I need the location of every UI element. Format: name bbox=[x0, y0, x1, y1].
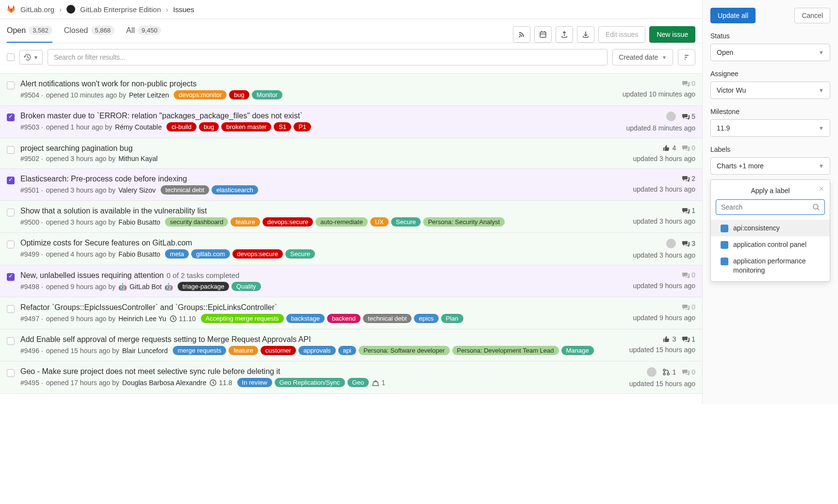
assignee-avatar[interactable] bbox=[647, 367, 657, 377]
sort-direction-button[interactable] bbox=[678, 49, 695, 65]
label-chip[interactable]: Manage bbox=[561, 346, 594, 355]
label-chip[interactable]: triage-package bbox=[178, 282, 229, 291]
edit-issues-button[interactable]: Edit issues bbox=[598, 26, 646, 43]
label-chip[interactable]: backstage bbox=[286, 314, 325, 323]
issue-checkbox[interactable] bbox=[7, 305, 15, 313]
new-issue-button[interactable]: New issue bbox=[649, 26, 695, 43]
label-chip[interactable]: Accepting merge requests bbox=[201, 314, 284, 323]
issue-checkbox[interactable] bbox=[7, 273, 15, 281]
label-chip[interactable]: bug bbox=[229, 90, 249, 99]
merge-requests-count[interactable]: 1 bbox=[662, 368, 676, 376]
label-chip[interactable]: Geo bbox=[347, 378, 369, 387]
label-option[interactable]: application performance monitoring bbox=[711, 253, 830, 278]
issue-title[interactable]: Add Enable self approval of merge reques… bbox=[20, 335, 624, 344]
assignee-avatar[interactable] bbox=[666, 239, 676, 248]
label-chip[interactable]: Secure bbox=[391, 217, 421, 227]
issue-title[interactable]: project searching pagination bug bbox=[20, 144, 627, 153]
label-chip[interactable]: Quality bbox=[231, 282, 261, 291]
label-chip[interactable]: Persona: Development Team Lead bbox=[452, 346, 559, 355]
comments-count[interactable]: 0 bbox=[682, 144, 695, 152]
upvotes-count[interactable]: 4 bbox=[662, 144, 676, 152]
issue-checkbox[interactable] bbox=[7, 177, 15, 184]
export-button[interactable] bbox=[556, 26, 573, 43]
upvotes-count[interactable]: 3 bbox=[662, 335, 676, 343]
issue-title[interactable]: Broken master due to `ERROR: relation "p… bbox=[20, 112, 621, 120]
issue-title[interactable]: New, unlabelled issues requiring attenti… bbox=[20, 271, 627, 280]
label-chip[interactable]: ci-build bbox=[166, 122, 196, 131]
comments-count[interactable]: 0 bbox=[682, 80, 695, 87]
issue-checkbox[interactable] bbox=[7, 146, 15, 154]
search-input[interactable] bbox=[48, 49, 608, 65]
issue-milestone[interactable]: 11.8 bbox=[209, 379, 232, 387]
label-chip[interactable]: feature bbox=[229, 346, 258, 355]
sort-dropdown[interactable]: Created date ▼ bbox=[612, 49, 673, 65]
label-chip[interactable]: Monitor bbox=[252, 90, 282, 99]
issue-author[interactable]: Fabio Busatto bbox=[118, 218, 160, 226]
status-select[interactable]: Open ▼ bbox=[710, 44, 830, 61]
label-chip[interactable]: P1 bbox=[294, 122, 311, 131]
calendar-button[interactable] bbox=[534, 26, 552, 43]
issue-title[interactable]: Alert notifications won't work for non-p… bbox=[20, 80, 617, 88]
issue-checkbox[interactable] bbox=[7, 337, 15, 345]
issue-author[interactable]: Fabio Busatto bbox=[118, 250, 160, 258]
label-chip[interactable]: merge requests bbox=[173, 346, 226, 355]
comments-count[interactable]: 0 bbox=[682, 271, 695, 279]
label-chip[interactable]: devops:secure bbox=[232, 249, 283, 259]
issue-author[interactable]: Blair Lunceford bbox=[122, 347, 168, 355]
assignee-avatar[interactable] bbox=[666, 112, 676, 121]
issue-author[interactable]: Peter Leitzen bbox=[129, 91, 169, 99]
issue-author[interactable]: GitLab Bot bbox=[130, 283, 162, 291]
comments-count[interactable]: 0 bbox=[682, 303, 695, 311]
label-chip[interactable]: Plan bbox=[441, 314, 463, 323]
issue-author[interactable]: Valery Sizov bbox=[118, 186, 156, 194]
label-chip[interactable]: meta bbox=[165, 249, 189, 259]
label-chip[interactable]: feature bbox=[230, 217, 260, 227]
assignee-select[interactable]: Victor Wu ▼ bbox=[710, 81, 830, 99]
close-icon[interactable]: × bbox=[819, 184, 824, 194]
issue-title[interactable]: Geo - Make sure project does not meet se… bbox=[20, 367, 624, 376]
label-chip[interactable]: broken master bbox=[221, 122, 271, 131]
label-chip[interactable]: S1 bbox=[274, 122, 291, 131]
label-option[interactable]: application control panel bbox=[711, 236, 830, 253]
recent-searches-button[interactable]: ▼ bbox=[19, 50, 43, 65]
issue-title[interactable]: Show that a solution is available in the… bbox=[20, 207, 627, 215]
milestone-select[interactable]: 11.9 ▼ bbox=[710, 119, 830, 137]
comments-count[interactable]: 1 bbox=[682, 207, 695, 214]
tab-closed[interactable]: Closed 5,868 bbox=[64, 26, 115, 43]
label-chip[interactable]: In review bbox=[237, 378, 272, 387]
issue-author[interactable]: Mithun Kayal bbox=[118, 155, 158, 163]
label-chip[interactable]: bug bbox=[199, 122, 219, 131]
label-chip[interactable]: devops:secure bbox=[263, 217, 313, 227]
issue-checkbox[interactable] bbox=[7, 241, 15, 248]
issue-title[interactable]: Optimize costs for Secure features on Gi… bbox=[20, 239, 627, 247]
label-chip[interactable]: Geo Replication/Sync bbox=[275, 378, 345, 387]
label-chip[interactable]: security dashboard bbox=[165, 217, 228, 227]
label-chip[interactable]: customer bbox=[261, 346, 296, 355]
label-chip[interactable]: devops:monitor bbox=[174, 90, 227, 99]
label-chip[interactable]: api bbox=[338, 346, 356, 355]
label-chip[interactable]: UX bbox=[370, 217, 389, 227]
breadcrumb-project[interactable]: GitLab Enterprise Edition bbox=[80, 5, 161, 14]
comments-count[interactable]: 5 bbox=[682, 113, 695, 120]
label-chip[interactable]: epics bbox=[414, 314, 438, 323]
issue-checkbox[interactable] bbox=[7, 81, 15, 89]
label-chip[interactable]: elasticsearch bbox=[212, 185, 258, 195]
issue-author[interactable]: Rémy Coutable bbox=[115, 123, 162, 131]
import-button[interactable] bbox=[577, 26, 594, 43]
label-chip[interactable]: gitlab.com bbox=[191, 249, 230, 259]
rss-button[interactable] bbox=[513, 26, 530, 43]
breadcrumb-org[interactable]: GitLab.org bbox=[20, 5, 54, 14]
label-chip[interactable]: backend bbox=[327, 314, 361, 323]
cancel-button[interactable]: Cancel bbox=[794, 8, 830, 23]
tab-all[interactable]: All 9,450 bbox=[126, 26, 161, 43]
issue-checkbox[interactable] bbox=[7, 209, 15, 216]
label-chip[interactable]: approvals bbox=[298, 346, 335, 355]
select-all-checkbox[interactable] bbox=[7, 53, 15, 61]
label-search-input[interactable] bbox=[716, 199, 825, 215]
tab-open[interactable]: Open 3,582 bbox=[7, 26, 52, 43]
issue-author[interactable]: Douglas Barbosa Alexandre bbox=[122, 379, 207, 387]
comments-count[interactable]: 1 bbox=[682, 335, 695, 343]
label-chip[interactable]: technical debt bbox=[161, 185, 209, 195]
label-chip[interactable]: Secure bbox=[285, 249, 315, 259]
issue-title[interactable]: Refactor `Groups::EpicIssuesController` … bbox=[20, 303, 627, 312]
